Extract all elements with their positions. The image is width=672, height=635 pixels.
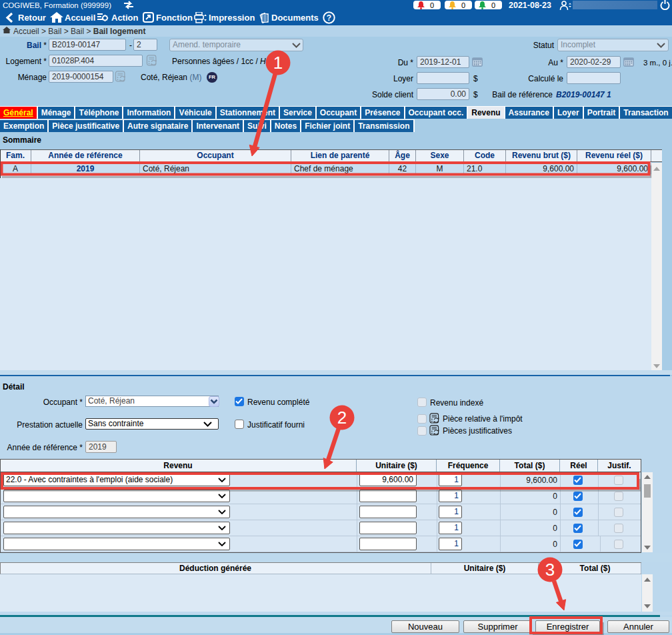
svg-text:?: ? <box>327 13 331 23</box>
svg-text:1: 1 <box>273 53 283 73</box>
